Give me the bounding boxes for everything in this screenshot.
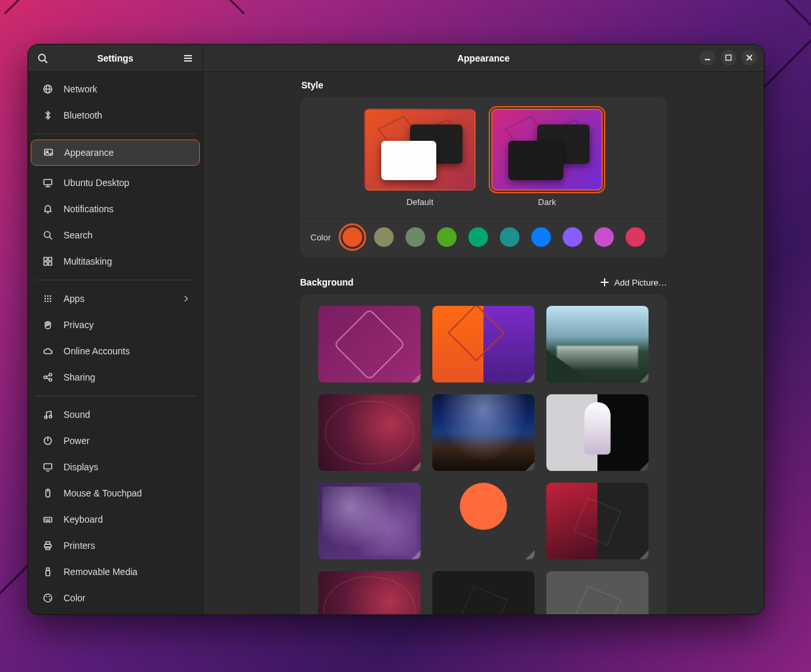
add-picture-button[interactable]: Add Picture…	[600, 278, 667, 288]
sidebar-item-label: Keyboard	[64, 514, 103, 525]
maximize-button[interactable]	[721, 50, 736, 65]
wallpaper-fjord-photo[interactable]	[546, 306, 649, 383]
color-swatch-viridian[interactable]	[468, 227, 488, 247]
color-swatch-blue[interactable]	[531, 227, 551, 247]
wallpaper-minotaur-split[interactable]	[432, 306, 535, 383]
svg-rect-38	[44, 464, 52, 469]
svg-point-35	[49, 415, 52, 418]
sidebar-item-keyboard[interactable]: Keyboard	[31, 506, 200, 532]
svg-point-25	[50, 298, 51, 299]
bluetooth-icon	[43, 110, 53, 121]
style-thumb-default	[364, 109, 476, 191]
style-option-default[interactable]: Default	[364, 109, 476, 216]
sidebar-item-printers[interactable]: Printers	[31, 532, 200, 559]
wallpaper-minotaur-statue-split[interactable]	[546, 394, 649, 471]
sidebar-item-displays[interactable]: Displays	[31, 454, 200, 480]
svg-rect-19	[48, 262, 52, 265]
color-swatch-magenta[interactable]	[594, 227, 614, 247]
sidebar-item-sharing[interactable]: Sharing	[31, 364, 200, 390]
music-icon	[43, 409, 53, 420]
sidebar-item-multitasking[interactable]: Multitasking	[31, 248, 200, 274]
wallpaper-minotaur-maroon[interactable]	[318, 306, 421, 383]
color-swatch-red[interactable]	[626, 227, 645, 247]
appearance-icon	[43, 147, 54, 158]
wallpaper-preview	[432, 394, 535, 471]
color-swatch-sage[interactable]	[406, 227, 425, 247]
search-button[interactable]	[35, 50, 50, 66]
cloud-icon	[41, 345, 54, 358]
style-options: Default Dark	[300, 97, 667, 219]
color-swatch-purple[interactable]	[563, 227, 582, 247]
sidebar-item-appearance[interactable]: Appearance	[31, 140, 200, 166]
display-icon	[43, 462, 53, 472]
power-icon	[41, 434, 54, 447]
desktop-icon	[41, 176, 54, 189]
wallpaper-corner-fold	[525, 550, 535, 559]
wallpaper-preview	[318, 571, 421, 614]
sidebar-item-notifications[interactable]: Notifications	[31, 196, 200, 222]
sidebar-item-apps[interactable]: Apps	[31, 286, 200, 312]
wallpaper-preview	[432, 571, 535, 614]
svg-point-27	[47, 301, 48, 302]
color-swatch-olive[interactable]	[437, 227, 457, 247]
color-swatch-orange[interactable]	[343, 227, 362, 247]
sidebar-item-network[interactable]: Network	[31, 76, 200, 102]
sidebar-item-label: Online Accounts	[64, 346, 130, 356]
share-icon	[41, 371, 54, 384]
multitasking-icon	[41, 255, 54, 268]
display-icon	[41, 460, 54, 474]
wallpaper-corner-fold	[639, 550, 649, 559]
wallpaper-rings-maroon[interactable]	[318, 394, 421, 471]
color-swatch-bark[interactable]	[374, 227, 394, 247]
style-option-dark-label: Dark	[538, 197, 556, 207]
svg-point-55	[49, 599, 50, 600]
add-picture-label: Add Picture…	[614, 278, 667, 288]
sidebar-item-sound[interactable]: Sound	[31, 401, 200, 428]
svg-line-15	[50, 237, 52, 240]
hamburger-menu-button[interactable]	[180, 50, 196, 66]
sidebar-item-color[interactable]: Color	[31, 585, 200, 611]
sidebar-item-search[interactable]: Search	[31, 222, 200, 248]
wallpaper-rings-maroon-2[interactable]	[318, 571, 421, 614]
wallpaper-milky-way[interactable]	[432, 394, 535, 471]
wallpaper-maze-grey[interactable]	[546, 571, 649, 614]
apps-icon	[43, 293, 53, 304]
color-icon	[41, 591, 54, 605]
svg-rect-18	[44, 262, 47, 265]
page-title: Appearance	[457, 53, 510, 64]
sidebar-separator	[35, 396, 196, 396]
svg-point-20	[45, 295, 46, 297]
wallpaper-maze-split[interactable]	[546, 483, 649, 559]
bluetooth-icon	[41, 109, 54, 122]
sidebar-item-removable-media[interactable]: Removable Media	[31, 559, 200, 585]
style-option-dark[interactable]: Dark	[491, 109, 603, 216]
wallpaper-buffalo-sunset[interactable]	[432, 483, 535, 559]
sidebar-item-label: Power	[64, 436, 90, 446]
sidebar-item-label: Search	[64, 230, 92, 240]
svg-point-52	[44, 594, 52, 602]
main-panel: Appearance Style	[203, 45, 764, 614]
wallpaper-corner-fold	[525, 373, 535, 383]
usb-icon	[41, 565, 54, 578]
svg-point-21	[47, 295, 48, 297]
usb-icon	[43, 567, 53, 577]
sidebar-item-label: Printers	[64, 540, 95, 551]
printer-icon	[41, 539, 54, 552]
wallpaper-purple-demon[interactable]	[318, 483, 421, 559]
sidebar-item-online-accounts[interactable]: Online Accounts	[31, 338, 200, 364]
style-option-default-label: Default	[406, 197, 433, 207]
minimize-button[interactable]	[700, 50, 715, 65]
sidebar-item-bluetooth[interactable]: Bluetooth	[31, 102, 200, 128]
sidebar-item-privacy[interactable]: Privacy	[31, 312, 200, 338]
sidebar-item-ubuntu-desktop[interactable]: Ubuntu Desktop	[31, 170, 200, 196]
sidebar-item-label: Removable Media	[64, 567, 138, 577]
sidebar-item-power[interactable]: Power	[31, 428, 200, 454]
wallpaper-preview	[546, 571, 649, 614]
wallpaper-maze-black[interactable]	[432, 571, 535, 614]
color-swatch-prussian[interactable]	[500, 227, 519, 247]
settings-window: Settings NetworkBluetoothAppearanceUbunt…	[28, 44, 764, 615]
hamburger-icon	[183, 53, 193, 64]
close-button[interactable]	[742, 50, 757, 65]
sidebar-item-mouse-touchpad[interactable]: Mouse & Touchpad	[31, 480, 200, 506]
sidebar-item-label: Displays	[64, 462, 98, 472]
